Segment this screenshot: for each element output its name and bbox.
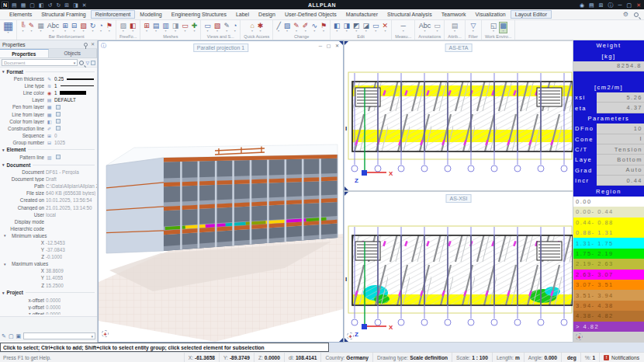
quick-access-icon[interactable]: ◨: [73, 2, 78, 8]
chevron-down-icon[interactable]: ▾: [4, 262, 6, 266]
maximize-button[interactable]: ▢: [627, 2, 632, 8]
legend-color-step[interactable]: 2.63- 3.07: [573, 270, 644, 280]
tool-icon[interactable]: ◪: [363, 23, 370, 33]
property-row[interactable]: ▾ Minimum values: [0, 232, 97, 239]
property-row[interactable]: y-offset 0.0000: [0, 304, 97, 311]
legend-color-step[interactable]: 2.19- 2.63: [573, 259, 644, 269]
edit-icon[interactable]: ✎: [2, 333, 6, 339]
checkbox[interactable]: [56, 155, 61, 159]
filter-icon[interactable]: ▽: [85, 61, 89, 65]
tool-icon[interactable]: ▩: [500, 23, 507, 33]
footer-combobox[interactable]: [23, 332, 95, 339]
property-row[interactable]: Pattern line ▥: [0, 154, 97, 161]
status-field[interactable]: %:1: [580, 353, 599, 362]
status-field[interactable]: Country:Germany: [320, 353, 372, 362]
tool-icon[interactable]: ⚑: [320, 23, 327, 33]
menu-tab[interactable]: Engineering Structures: [167, 10, 231, 19]
property-row[interactable]: Y -37.0843: [0, 246, 97, 253]
section-header-element[interactable]: Element: [0, 146, 97, 154]
quick-access-icon[interactable]: ▦: [21, 2, 26, 8]
tool-icon[interactable]: ▤: [153, 23, 160, 33]
tool-icon[interactable]: ◔: [233, 23, 237, 33]
legend-color-step[interactable]: 1.31- 1.75: [573, 238, 644, 248]
documents-icon[interactable]: ▣: [16, 333, 22, 339]
apply-checkbox[interactable]: [91, 61, 95, 65]
property-row[interactable]: Document DF61 - Pergola: [0, 169, 97, 176]
origin-icon[interactable]: ✚: [102, 330, 109, 337]
property-row[interactable]: x-offset 0.0000: [0, 297, 97, 304]
property-row[interactable]: Changed on 21.01.2025, 13:14:50: [0, 204, 97, 211]
property-row[interactable]: Line color ◉ 1: [0, 89, 97, 96]
viewport-as-xsi[interactable]: AS-XSI I: [344, 191, 573, 343]
tool-icon[interactable]: ▤: [452, 23, 459, 33]
notifications-button[interactable]: ! Notifications: [599, 353, 644, 362]
tool-icon[interactable]: ▦: [37, 23, 44, 33]
tool-icon[interactable]: ▧: [214, 23, 221, 33]
checkbox[interactable]: [56, 119, 61, 124]
status-field[interactable]: Length:m: [492, 353, 524, 362]
status-field[interactable]: Z:0.0000: [254, 353, 284, 362]
property-row[interactable]: Created on 10.01.2025, 13:56:54: [0, 197, 97, 204]
tool-icon[interactable]: ✚: [192, 23, 198, 33]
tool-icon[interactable]: ▭: [182, 23, 189, 33]
close-panel-icon[interactable]: ✕: [91, 42, 95, 47]
legend-color-step[interactable]: 0.88- 1.31: [573, 228, 644, 238]
viewport-3d[interactable]: ⓘ Parallel projection 1 ─ ▢ ✕: [98, 40, 344, 343]
viewport-caption[interactable]: AS-ETA: [445, 44, 473, 52]
user-icon[interactable]: ◉: [580, 2, 584, 8]
property-row[interactable]: Sequence ⊞ 0: [0, 132, 97, 139]
tool-icon[interactable]: ╚: [20, 23, 25, 33]
quick-access-icon[interactable]: ⊞: [64, 2, 69, 8]
checkbox[interactable]: [56, 105, 61, 110]
legend-color-step[interactable]: 0.00- 0.44: [573, 207, 644, 217]
tool-icon[interactable]: ◧: [334, 23, 341, 33]
tool-icon[interactable]: ▨: [284, 23, 291, 33]
tool-icon[interactable]: ✕: [383, 23, 389, 33]
section-header-format[interactable]: Format: [0, 68, 97, 75]
gear-icon[interactable]: ⚙: [623, 12, 628, 18]
tool-icon[interactable]: ▭: [372, 23, 379, 33]
tool-icon[interactable]: ◧: [130, 23, 137, 33]
menu-tab[interactable]: Structural Framing: [36, 10, 91, 19]
tool-icon[interactable]: ◨: [344, 23, 351, 33]
property-row[interactable]: User local: [0, 211, 97, 218]
status-field[interactable]: Angle:0.000: [524, 353, 561, 362]
pin-icon[interactable]: [84, 43, 88, 47]
color-swatch[interactable]: [60, 91, 86, 95]
property-row[interactable]: Pen thickness ✎ 0.25: [0, 75, 97, 82]
property-row[interactable]: Y 11.4055: [0, 274, 97, 281]
tool-icon[interactable]: ✎: [223, 23, 230, 33]
status-field[interactable]: X:-61.3658: [184, 353, 219, 362]
tool-icon[interactable]: Abc: [419, 23, 431, 33]
property-row[interactable]: Color from layer ◧: [0, 118, 97, 125]
menu-tab[interactable]: Layout Editor: [511, 10, 552, 19]
menu-tab[interactable]: User-Defined Objects: [280, 10, 341, 19]
tool-icon[interactable]: ╱: [276, 23, 280, 33]
minimize-button[interactable]: ─: [618, 2, 622, 8]
menu-tab[interactable]: Reinforcement: [91, 10, 136, 19]
viewport-as-eta[interactable]: AS-ETA I: [344, 40, 573, 191]
app-logo[interactable]: N: [2, 2, 9, 9]
tool-icon[interactable]: ▭: [204, 23, 211, 33]
property-row[interactable]: Document type Draft: [0, 176, 97, 183]
viewport-window-controls[interactable]: ─ ▢ ✕: [319, 43, 341, 48]
property-row[interactable]: Path C:\Data\Allplan\Allplan 2: [0, 183, 97, 190]
close-button[interactable]: ✕: [636, 2, 641, 8]
property-row[interactable]: File size 640 KB (655638 bytes): [0, 190, 97, 197]
menu-tab[interactable]: Visualization: [471, 10, 511, 19]
tool-icon[interactable]: ▥: [162, 23, 169, 33]
tool-icon[interactable]: ▭: [434, 23, 441, 33]
tool-icon[interactable]: ▦: [3, 20, 13, 34]
quick-access-icon[interactable]: ↺: [48, 2, 53, 8]
status-field[interactable]: deg: [561, 353, 580, 362]
property-row[interactable]: Line from layer ▦: [0, 110, 97, 117]
store-icon[interactable]: ⊞: [599, 2, 604, 8]
info-icon[interactable]: ⓘ: [101, 43, 106, 48]
filter-combobox[interactable]: Document: [2, 59, 78, 66]
legend-color-step[interactable]: 3.07- 3.51: [573, 280, 644, 290]
tool-icon[interactable]: ▽: [470, 23, 476, 33]
property-row[interactable]: Hierarchic code: [0, 225, 97, 232]
menu-tab[interactable]: Manufacturer: [341, 10, 383, 19]
list-icon[interactable]: ▤: [589, 2, 594, 8]
legend-color-step[interactable]: > 4.82: [573, 322, 644, 332]
